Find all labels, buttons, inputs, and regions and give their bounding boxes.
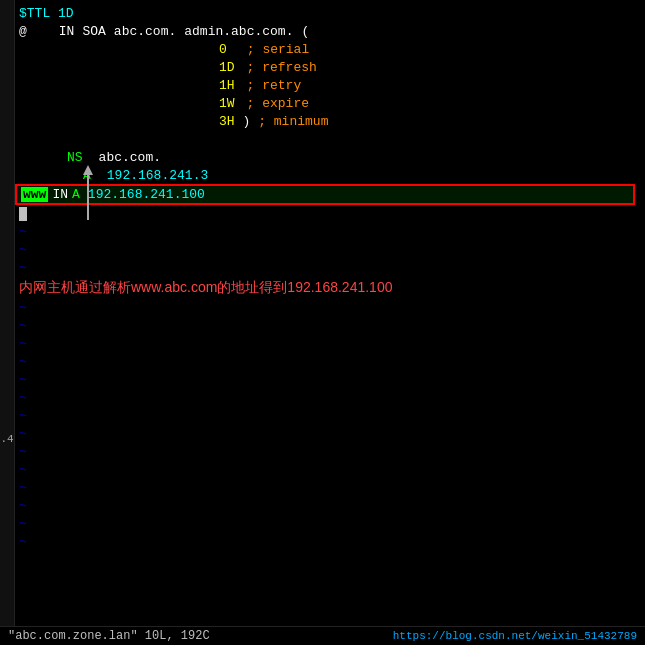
arrow-head bbox=[83, 165, 93, 175]
tilde-3: ~ bbox=[15, 259, 635, 277]
tilde-2: ~ bbox=[15, 241, 635, 259]
line-expire: 1W ; expire bbox=[15, 94, 635, 112]
line-serial: 0 ; serial bbox=[15, 40, 635, 58]
arrow-container bbox=[83, 165, 93, 220]
retry-value: 1H bbox=[219, 78, 235, 93]
tilde-14: ~ bbox=[15, 479, 635, 497]
tilde-11: ~ bbox=[15, 425, 635, 443]
line-minimum: 3H ) ; minimum bbox=[15, 112, 635, 130]
line-soa: @ IN SOA abc.com. admin.abc.com. ( bbox=[15, 22, 635, 40]
in-keyword: IN bbox=[59, 24, 75, 39]
admin-email: admin.abc.com. bbox=[184, 24, 293, 39]
tilde-9: ~ bbox=[15, 389, 635, 407]
open-paren: ( bbox=[301, 24, 309, 39]
expire-comment: ; expire bbox=[247, 96, 309, 111]
tilde-10: ~ bbox=[15, 407, 635, 425]
tilde-16: ~ bbox=[15, 515, 635, 533]
www-label: www bbox=[21, 187, 48, 202]
tilde-13: ~ bbox=[15, 461, 635, 479]
status-url: https://blog.csdn.net/weixin_51432789 bbox=[393, 630, 637, 642]
line-ttl: $TTL 1D bbox=[15, 4, 635, 22]
line-retry: 1H ; retry bbox=[15, 76, 635, 94]
line-ns: NS abc.com. bbox=[15, 148, 635, 166]
www-ip: 192.168.241.100 bbox=[88, 187, 205, 202]
ns-record: NS bbox=[67, 150, 83, 165]
line-a-record: A 192.168.241.3 bbox=[15, 166, 635, 184]
editor-area: .4 $TTL 1D @ IN SOA abc.com. admin.abc.c… bbox=[0, 0, 645, 645]
a-record-www: A bbox=[72, 187, 80, 202]
status-bar: "abc.com.zone.lan" 10L, 192C https://blo… bbox=[0, 626, 645, 645]
minimum-value: 3H bbox=[219, 114, 242, 129]
serial-value: 0 bbox=[219, 42, 227, 57]
tilde-6: ~ bbox=[15, 335, 635, 353]
refresh-value: 1D bbox=[219, 60, 235, 75]
retry-comment: ; retry bbox=[247, 78, 302, 93]
panel-label: .4 bbox=[0, 431, 14, 447]
tilde-12: ~ bbox=[15, 443, 635, 461]
annotation-text: 内网主机通过解析www.abc.com的地址得到192.168.241.100 bbox=[19, 279, 392, 297]
tilde-8: ~ bbox=[15, 371, 635, 389]
left-panel: .4 bbox=[0, 0, 15, 627]
primary-ns: abc.com. bbox=[114, 24, 176, 39]
at-symbol: @ bbox=[19, 24, 27, 39]
status-file-info: "abc.com.zone.lan" 10L, 192C bbox=[8, 629, 210, 643]
refresh-comment: ; refresh bbox=[247, 60, 317, 75]
serial-comment: ; serial bbox=[247, 42, 309, 57]
line-refresh: 1D ; refresh bbox=[15, 58, 635, 76]
tilde-4: ~ bbox=[15, 299, 635, 317]
minimum-comment: ; minimum bbox=[258, 114, 328, 129]
in-keyword-www: IN bbox=[52, 187, 68, 202]
annotation-line: 内网主机通过解析www.abc.com的地址得到192.168.241.100 bbox=[15, 277, 635, 299]
close-paren: ) bbox=[242, 114, 250, 129]
ttl-directive: $TTL 1D bbox=[19, 6, 74, 21]
line-cursor bbox=[15, 205, 635, 223]
tilde-7: ~ bbox=[15, 353, 635, 371]
line-blank bbox=[15, 130, 635, 148]
tilde-15: ~ bbox=[15, 497, 635, 515]
arrow-shaft bbox=[87, 175, 89, 220]
expire-value: 1W bbox=[219, 96, 235, 111]
tilde-17: ~ bbox=[15, 533, 635, 551]
ns-value: abc.com. bbox=[99, 150, 161, 165]
a-record-ip: 192.168.241.3 bbox=[107, 168, 208, 183]
tilde-5: ~ bbox=[15, 317, 635, 335]
line-www-record: www IN A 192.168.241.100 bbox=[15, 184, 635, 205]
soa-keyword: SOA bbox=[82, 24, 105, 39]
tilde-1: ~ bbox=[15, 223, 635, 241]
